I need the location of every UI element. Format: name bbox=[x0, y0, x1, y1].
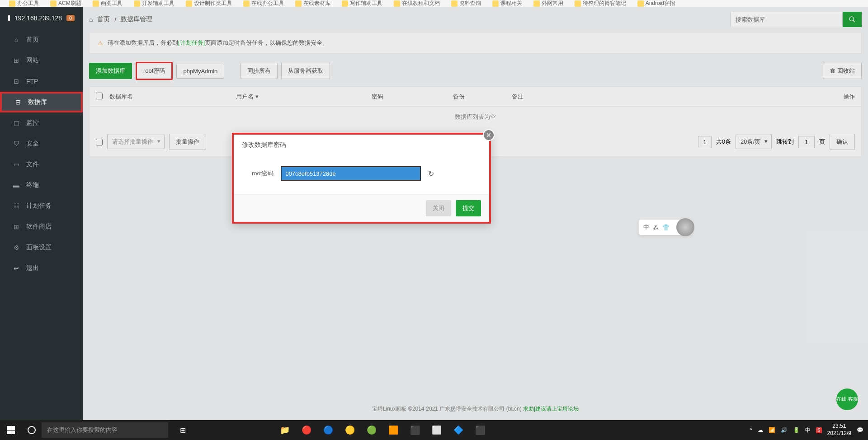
folder-icon bbox=[186, 0, 192, 7]
folder-icon bbox=[575, 0, 581, 7]
bookmark-item[interactable]: 在线素材库 bbox=[295, 0, 330, 7]
password-modal: ✕ 修改数据库密码 root密码 ↻ 关闭 提交 bbox=[232, 133, 491, 224]
tray-clock[interactable]: 23:51 2021/12/9 bbox=[827, 423, 851, 437]
taskbar-search[interactable]: 在这里输入你要搜索的内容 bbox=[42, 422, 168, 438]
folder-icon bbox=[295, 0, 302, 7]
bookmarks-bar: 办公工具 ACM刷题 画图工具 开发辅助工具 设计制作类工具 在线办公工具 在线… bbox=[0, 0, 868, 7]
ime-icon: 👕 bbox=[662, 224, 670, 231]
tray-icon[interactable]: ☁ bbox=[758, 427, 763, 433]
taskbar-app[interactable]: ⬛ bbox=[470, 420, 490, 440]
tray-up-icon[interactable]: ^ bbox=[750, 427, 752, 433]
tray-volume-icon[interactable]: 🔊 bbox=[781, 427, 788, 433]
taskbar-app[interactable]: ⬜ bbox=[427, 420, 447, 440]
tray-ime-icon[interactable]: 中 bbox=[805, 426, 811, 434]
modal-close-button[interactable]: ✕ bbox=[483, 129, 495, 141]
folder-icon bbox=[342, 0, 348, 7]
bookmark-item[interactable]: ACM刷题 bbox=[50, 0, 81, 7]
bookmark-item[interactable]: 资料查询 bbox=[451, 0, 481, 7]
taskbar: 在这里输入你要搜索的内容 ⊞ 📁 🔴 🔵 🟡 🟢 🟧 ⬛ ⬜ 🔷 ⬛ ^ ☁ 📶… bbox=[0, 420, 868, 440]
folder-icon bbox=[243, 0, 250, 7]
folder-icon bbox=[134, 0, 140, 7]
modal-submit-btn[interactable]: 提交 bbox=[456, 200, 481, 216]
bookmark-item[interactable]: 写作辅助工具 bbox=[342, 0, 382, 7]
modal-title: 修改数据库密码 bbox=[234, 135, 489, 155]
password-label: root密码 bbox=[252, 169, 274, 178]
taskbar-app[interactable]: 🟡 bbox=[340, 420, 360, 440]
cortana-icon bbox=[28, 426, 36, 434]
refresh-icon[interactable]: ↻ bbox=[428, 169, 434, 178]
bookmark-item[interactable]: 待整理的博客笔记 bbox=[575, 0, 626, 7]
modal-close-btn[interactable]: 关闭 bbox=[426, 200, 451, 216]
taskbar-app-edge[interactable]: 🔵 bbox=[318, 420, 338, 440]
tray-notifications-icon[interactable]: 💬 bbox=[857, 427, 863, 433]
folder-icon bbox=[394, 0, 400, 7]
system-tray: ^ ☁ 📶 🔊 🔋 中 S 23:51 2021/12/9 💬 bbox=[745, 423, 868, 437]
ime-avatar[interactable] bbox=[676, 218, 694, 236]
bookmark-item[interactable]: 在线办公工具 bbox=[243, 0, 284, 7]
folder-icon bbox=[9, 0, 15, 7]
bookmark-item[interactable]: 课程相关 bbox=[492, 0, 522, 7]
bookmark-item[interactable]: Android客招 bbox=[637, 0, 675, 7]
bookmark-item[interactable]: 在线教程和文档 bbox=[394, 0, 440, 7]
cortana-button[interactable] bbox=[22, 420, 42, 440]
windows-icon bbox=[7, 426, 15, 434]
tray-battery-icon[interactable]: 🔋 bbox=[793, 427, 800, 433]
password-input[interactable] bbox=[281, 166, 421, 181]
support-button[interactable]: 在线 客服 bbox=[836, 389, 858, 410]
taskbar-app[interactable]: 🟢 bbox=[362, 420, 382, 440]
tray-wifi-icon[interactable]: 📶 bbox=[769, 427, 775, 433]
bookmark-item[interactable]: 画图工具 bbox=[93, 0, 123, 7]
taskbar-app-vm[interactable]: 🟧 bbox=[383, 420, 403, 440]
bookmark-item[interactable]: 办公工具 bbox=[9, 0, 39, 7]
bookmark-item[interactable]: 开发辅助工具 bbox=[134, 0, 175, 7]
folder-icon bbox=[451, 0, 458, 7]
ime-icon: ⁂ bbox=[653, 224, 659, 231]
taskbar-app[interactable]: ⬛ bbox=[405, 420, 425, 440]
bookmark-item[interactable]: 设计制作类工具 bbox=[186, 0, 232, 7]
folder-icon bbox=[492, 0, 499, 7]
taskbar-app-explorer[interactable]: 📁 bbox=[275, 420, 295, 440]
taskbar-app-chrome[interactable]: 🔴 bbox=[297, 420, 316, 440]
tray-sogou-icon[interactable]: S bbox=[816, 427, 822, 433]
folder-icon bbox=[50, 0, 57, 7]
start-button[interactable] bbox=[0, 420, 22, 440]
bookmark-item[interactable]: 外网常用 bbox=[533, 0, 563, 7]
folder-icon bbox=[637, 0, 644, 7]
task-view-button[interactable]: ⊞ bbox=[172, 420, 193, 440]
folder-icon bbox=[533, 0, 540, 7]
folder-icon bbox=[93, 0, 99, 7]
task-view-icon: ⊞ bbox=[180, 426, 186, 435]
taskbar-app[interactable]: 🔷 bbox=[448, 420, 468, 440]
